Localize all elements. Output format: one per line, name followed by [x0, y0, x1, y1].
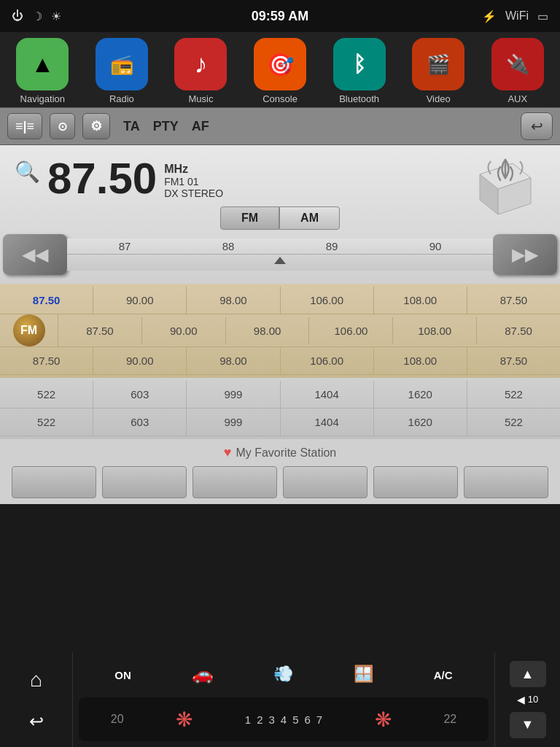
cd-button[interactable]: ⊙ — [50, 113, 75, 139]
fm-button[interactable]: FM — [220, 206, 279, 230]
am-cell-2-6[interactable]: 522 — [467, 409, 560, 436]
status-bar: ⏻ ☽ ☀ 09:59 AM ⚡ WiFi ▭ — [0, 0, 560, 32]
app-video[interactable]: 🎬 Video — [399, 38, 478, 104]
am-cell-1-3[interactable]: 999 — [187, 381, 280, 408]
status-icons-right: ⚡ WiFi ▭ — [482, 9, 548, 23]
app-navigation[interactable]: ▲ Navigation — [3, 38, 82, 104]
equalizer-button[interactable]: ≡|≡ — [7, 113, 42, 139]
ac-control[interactable]: A/C — [434, 669, 453, 681]
radio-icon: 📻 — [96, 38, 148, 90]
preset-cell-3-6[interactable]: 87.50 — [467, 347, 560, 374]
preset-cell-1-2[interactable]: 90.00 — [93, 287, 187, 314]
am-cell-2-2[interactable]: 603 — [93, 409, 187, 436]
volume-down-button[interactable]: ▼ — [510, 712, 546, 738]
preset-cell-2-1[interactable]: 87.50 — [58, 317, 142, 344]
home-icon: ⌂ — [30, 668, 42, 691]
favorite-button-2[interactable] — [102, 466, 187, 498]
climate-7[interactable]: 7 — [316, 713, 322, 726]
radio-main-panel: 🔍 87.50 MHz FM1 01 DX STEREO — [0, 145, 560, 284]
favorite-button-1[interactable] — [12, 466, 96, 498]
climate-3[interactable]: 3 — [268, 713, 274, 726]
app-bluetooth[interactable]: ᛒ Bluetooth — [319, 38, 399, 104]
tuner-next-button[interactable]: ▶▶ — [493, 234, 557, 275]
preset-cell-3-2[interactable]: 90.00 — [93, 347, 187, 374]
preset-cell-3-1[interactable]: 87.50 — [0, 347, 93, 374]
preset-cell-1-1[interactable]: 87.50 — [0, 287, 93, 314]
video-label: Video — [427, 93, 451, 104]
af-button[interactable]: AF — [192, 119, 209, 134]
am-button[interactable]: AM — [279, 206, 340, 230]
climate-1[interactable]: 1 — [245, 713, 251, 726]
console-label: Console — [262, 93, 298, 104]
preset-cell-3-3[interactable]: 98.00 — [187, 347, 280, 374]
am-cell-2-3[interactable]: 999 — [187, 409, 280, 436]
preset-cell-2-5[interactable]: 108.00 — [393, 317, 477, 344]
pty-button[interactable]: PTY — [153, 119, 179, 134]
preset-cell-3-4[interactable]: 106.00 — [281, 347, 374, 374]
favorite-button-4[interactable] — [283, 466, 368, 498]
on-label: ON — [114, 669, 131, 681]
preset-cell-3-5[interactable]: 108.00 — [374, 347, 467, 374]
fan-icon: 🚗 — [192, 664, 214, 684]
vol-up-icon: ▲ — [521, 667, 534, 682]
preset-cell-2-6[interactable]: 87.50 — [477, 317, 560, 344]
favorite-button-5[interactable] — [373, 466, 458, 498]
am-cell-2-1[interactable]: 522 — [0, 409, 93, 436]
radio-controls-bar: ≡|≡ ⊙ ⚙ TA PTY AF ↩ — [0, 107, 560, 145]
preset-cell-2-4[interactable]: 106.00 — [309, 317, 393, 344]
preset-cell-1-3[interactable]: 98.00 — [187, 287, 280, 314]
favorite-button-3[interactable] — [192, 466, 277, 498]
fm-badge: FM — [13, 314, 45, 347]
fan-control[interactable]: 🚗 — [192, 664, 214, 686]
climate-level-selector: 1 2 3 4 5 6 7 — [245, 713, 322, 726]
power-on-control[interactable]: ON — [114, 669, 131, 681]
am-preset-section: 522 603 999 1404 1620 522 522 603 999 14… — [0, 378, 560, 439]
tuner-indicator — [274, 257, 286, 264]
volume-control: ▲ ◀ 10 ▼ — [494, 652, 560, 747]
preset-cell-1-6[interactable]: 87.50 — [467, 287, 560, 314]
back-button[interactable]: ↩ — [521, 112, 553, 140]
volume-up-button[interactable]: ▲ — [510, 661, 546, 687]
climate-4[interactable]: 4 — [281, 713, 287, 726]
am-cell-1-6[interactable]: 522 — [467, 381, 560, 408]
am-cell-1-2[interactable]: 603 — [93, 381, 187, 408]
windshield-control[interactable]: 🪟 — [354, 665, 373, 685]
frequency-details: MHz FM1 01 DX STEREO — [164, 163, 223, 199]
back-nav-button[interactable]: ↩ — [29, 711, 44, 732]
preset-row-1: 87.50 90.00 98.00 106.00 108.00 87.50 — [0, 287, 560, 314]
am-cell-2-4[interactable]: 1404 — [281, 409, 374, 436]
climate-bottom-row: 20 ❋ 1 2 3 4 5 6 7 ❋ 22 — [79, 697, 489, 741]
airflow-icon: 💨 — [273, 665, 293, 684]
am-cell-1-4[interactable]: 1404 — [281, 381, 374, 408]
app-music[interactable]: ♪ Music — [161, 38, 241, 104]
preset-cell-2-3[interactable]: 98.00 — [226, 317, 310, 344]
am-cell-2-5[interactable]: 1620 — [374, 409, 467, 436]
settings-button[interactable]: ⚙ — [82, 113, 110, 139]
back-nav-icon: ↩ — [29, 711, 44, 731]
favorite-button-6[interactable] — [464, 466, 548, 498]
app-aux[interactable]: 🔌 AUX — [478, 38, 557, 104]
app-radio[interactable]: 📻 Radio — [82, 38, 162, 104]
preset-cell-1-4[interactable]: 106.00 — [281, 287, 374, 314]
preset-cell-2-2[interactable]: 90.00 — [142, 317, 226, 344]
am-cell-1-1[interactable]: 522 — [0, 381, 93, 408]
preset-cell-1-5[interactable]: 108.00 — [374, 287, 467, 314]
tuner-scale: 87 88 89 90 — [67, 239, 493, 271]
home-button[interactable]: ⌂ — [30, 668, 42, 692]
am-row-2: 522 603 999 1404 1620 522 — [0, 409, 560, 436]
usb-icon: ⚡ — [482, 9, 497, 23]
climate-2[interactable]: 2 — [257, 713, 262, 726]
favorite-heart-icon: ♥ — [224, 445, 232, 460]
tuner-prev-button[interactable]: ◀◀ — [3, 234, 67, 275]
climate-6[interactable]: 6 — [305, 713, 311, 726]
am-cell-1-5[interactable]: 1620 — [374, 381, 467, 408]
nav-label: Navigation — [20, 93, 65, 104]
music-icon: ♪ — [174, 38, 227, 90]
app-console[interactable]: 🎯 Console — [241, 38, 320, 104]
bottom-left-nav: ⌂ ↩ — [0, 652, 73, 747]
climate-5[interactable]: 5 — [292, 713, 298, 726]
ta-button[interactable]: TA — [123, 119, 140, 134]
search-icon[interactable]: 🔍 — [15, 160, 40, 184]
fm-preset-section: 87.50 90.00 98.00 106.00 108.00 87.50 FM… — [0, 284, 560, 378]
airflow-control[interactable]: 💨 — [273, 665, 293, 685]
